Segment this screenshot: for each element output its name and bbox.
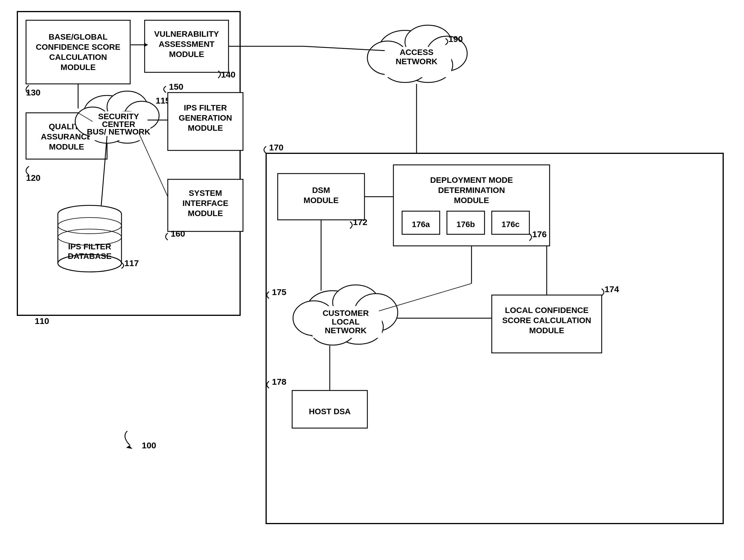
label-100: 100 [142, 441, 156, 450]
text-base-global-3: CALCULATION [49, 53, 107, 62]
label-117: 117 [124, 258, 139, 268]
text-qa-3: MODULE [49, 142, 84, 151]
text-lcs-2: SCORE CALCULATION [502, 316, 591, 325]
text-vuln-2: ASSESSMENT [159, 40, 215, 48]
label-175: 175 [272, 287, 286, 297]
bracket-170 [264, 146, 266, 153]
label-174: 174 [604, 284, 619, 294]
text-cln-1: CUSTOMER [323, 309, 369, 318]
label-120: 120 [26, 173, 40, 183]
text-sec-3: BUS/ NETWORK [87, 127, 150, 136]
label-140: 140 [221, 70, 235, 79]
text-access-2: NETWORK [396, 57, 438, 66]
text-vuln-1: VULNERABILITY [154, 30, 219, 38]
text-lcs-3: MODULE [529, 326, 564, 335]
diagram: 110 BASE/GLOBAL CONFIDENCE SCORE CALCULA… [0, 0, 744, 560]
label-172: 172 [353, 217, 367, 227]
text-access-1: ACCESS [400, 48, 434, 57]
text-deploy-1: DEPLOYMENT MODE [430, 176, 513, 185]
text-176a: 176a [412, 220, 430, 229]
text-base-global-1: BASE/GLOBAL [48, 32, 108, 41]
text-lcs-1: LOCAL CONFIDENCE [505, 306, 589, 315]
text-deploy-2: DETERMINATION [438, 186, 505, 195]
label-178: 178 [272, 377, 286, 386]
text-db-2: DATABASE [68, 252, 111, 261]
text-dsm-1: DSM [312, 186, 330, 195]
text-ips-gen-1: IPS FILTER [184, 103, 227, 112]
text-dsm-2: MODULE [303, 196, 338, 205]
text-cln-2: LOCAL [332, 317, 360, 326]
label-170: 170 [269, 143, 284, 152]
text-176c: 176c [501, 220, 520, 229]
label-176: 176 [532, 229, 547, 239]
label-160: 160 [171, 229, 185, 238]
arrow-100 [125, 431, 130, 445]
label-130: 130 [26, 88, 40, 97]
text-cln-3: NETWORK [325, 326, 367, 335]
text-base-global-4: MODULE [61, 63, 96, 72]
text-vuln-3: MODULE [169, 50, 204, 59]
text-deploy-3: MODULE [454, 196, 489, 205]
arrowhead-100 [126, 445, 133, 449]
text-sys-3: MODULE [188, 209, 223, 218]
text-sys-1: SYSTEM [189, 189, 222, 197]
text-host-dsa: HOST DSA [309, 407, 351, 416]
text-176b: 176b [456, 220, 475, 229]
text-sys-2: INTERFACE [183, 199, 228, 208]
text-ips-gen-3: MODULE [188, 123, 223, 133]
label-110: 110 [35, 316, 49, 326]
label-190: 190 [448, 34, 463, 44]
text-base-global-2: CONFIDENCE SCORE [36, 42, 120, 51]
text-ips-gen-2: GENERATION [179, 113, 232, 122]
text-db-1: IPS FILTER [68, 242, 111, 251]
box-base-global [26, 20, 130, 84]
label-150: 150 [169, 82, 183, 91]
